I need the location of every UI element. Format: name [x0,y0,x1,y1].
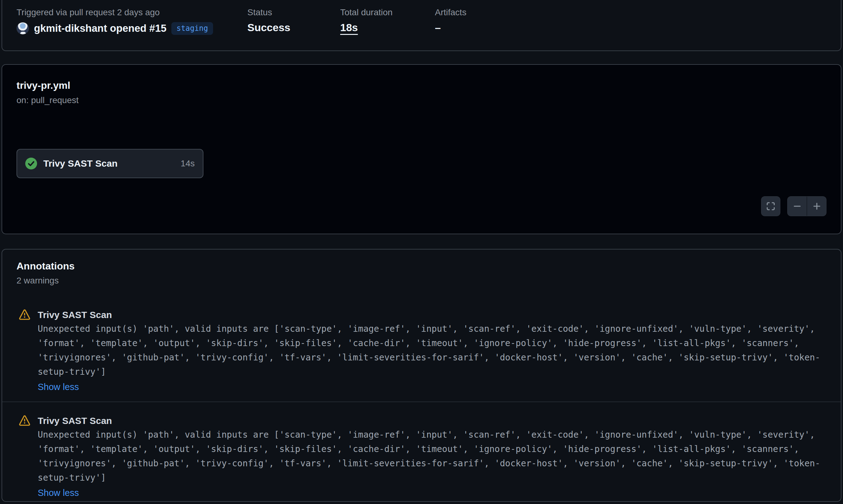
fit-to-window-button[interactable] [761,196,781,216]
warning-triangle-icon [19,309,30,321]
duration-value: 18s [340,21,358,33]
workflow-trigger: on: pull_request [17,95,826,106]
plus-icon [812,201,822,211]
trigger-column: Triggered via pull request 2 days ago gk… [17,7,247,35]
annotation-list: Trivy SAST Scan Unexpected input(s) 'pat… [2,296,841,502]
avatar[interactable] [17,22,29,35]
annotation-message-line: 'trivyignores', 'github-pat', 'trivy-con… [38,456,826,471]
show-less-link[interactable]: Show less [38,381,79,393]
annotations-section: Annotations 2 warnings Trivy SAST Scan U… [2,249,841,502]
job-duration: 14s [181,159,195,168]
job-name: Trivy SAST Scan [43,158,118,169]
status-label: Status [247,7,340,18]
branch-badge[interactable]: staging [171,22,213,35]
annotation-message-line: 'trivyignores', 'github-pat', 'trivy-con… [38,350,826,365]
workflow-file-name: trivy-pr.yml [17,79,826,92]
zoom-button-group [787,196,826,216]
success-check-icon [25,158,37,169]
annotation-warning-row: Trivy SAST Scan Unexpected input(s) 'pat… [2,401,841,502]
artifacts-label: Artifacts [435,7,466,18]
annotation-job-title: Trivy SAST Scan [38,415,826,427]
annotation-message-line: 'format', 'template', 'output', 'skip-di… [38,336,826,350]
annotations-warning-count: 2 warnings [17,275,826,286]
annotation-message-line: setup-trivy'] [38,471,826,485]
annotations-header: Annotations 2 warnings [2,250,841,286]
annotation-message-line: 'format', 'template', 'output', 'skip-di… [38,442,826,456]
job-node-trivy-sast-scan[interactable]: Trivy SAST Scan 14s [17,149,203,178]
annotation-message-line: Unexpected input(s) 'path', valid inputs… [38,428,826,442]
show-less-link[interactable]: Show less [38,487,79,499]
workflow-graph-card: trivy-pr.yml on: pull_request Trivy SAST… [2,64,841,234]
annotation-message: Unexpected input(s) 'path', valid inputs… [38,428,826,485]
duration-column: Total duration 18s [340,7,435,35]
fit-to-window-icon [766,201,775,211]
status-column: Status Success [247,7,340,35]
graph-zoom-controls [761,196,826,216]
annotation-job-title: Trivy SAST Scan [38,309,826,321]
triggered-label: Triggered via pull request 2 days ago [17,7,247,18]
artifacts-column: Artifacts – [435,7,466,35]
annotation-message: Unexpected input(s) 'path', valid inputs… [38,322,826,379]
actor-opened-pr-link[interactable]: gkmit-dikshant opened #15 [34,22,166,34]
run-summary-header: Triggered via pull request 2 days ago gk… [2,0,841,51]
duration-label: Total duration [340,7,435,18]
actor-row: gkmit-dikshant opened #15 staging [17,21,247,35]
annotation-message-line: setup-trivy'] [38,365,826,379]
annotations-title: Annotations [17,259,826,273]
artifacts-value: – [435,21,466,34]
zoom-in-button[interactable] [807,197,826,216]
minus-icon [792,201,802,211]
annotation-warning-row: Trivy SAST Scan Unexpected input(s) 'pat… [2,296,841,401]
status-value: Success [247,21,340,34]
zoom-out-button[interactable] [788,197,807,216]
warning-triangle-icon [19,415,30,427]
annotation-message-line: Unexpected input(s) 'path', valid inputs… [38,322,826,336]
